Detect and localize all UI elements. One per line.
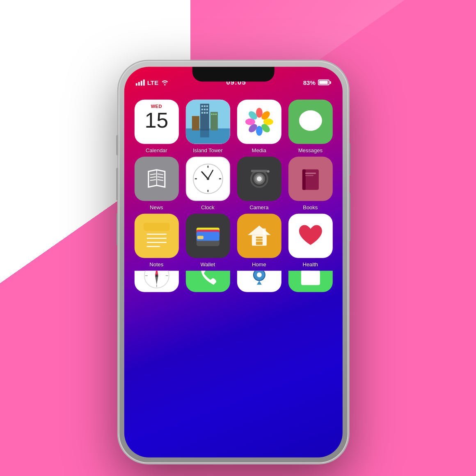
svg-rect-56 (305, 175, 313, 176)
app-camera[interactable]: Camera (236, 157, 281, 211)
battery-percent: 83% (303, 79, 316, 86)
svg-point-50 (256, 176, 261, 181)
files-icon (288, 271, 332, 292)
svg-point-29 (299, 110, 322, 131)
app-health[interactable]: Health (288, 214, 333, 268)
calendar-label: Calendar (146, 147, 167, 153)
app-media[interactable]: Media (236, 100, 281, 153)
calendar-icon: WED 15 (134, 100, 178, 144)
island-tower-icon (185, 100, 230, 144)
svg-line-37 (157, 180, 163, 181)
app-phone[interactable] (185, 271, 230, 295)
app-row-4 (133, 271, 334, 295)
news-label: News (150, 204, 163, 211)
app-wallet[interactable]: Wallet (185, 214, 230, 268)
health-icon (288, 214, 332, 258)
svg-rect-67 (197, 236, 203, 239)
lte-label: LTE (147, 79, 158, 86)
svg-line-32 (150, 174, 156, 175)
svg-point-45 (206, 178, 209, 180)
phone-svg (195, 271, 220, 288)
media-label: Media (252, 147, 266, 153)
notes-icon (134, 214, 178, 258)
calendar-date: 15 (144, 110, 168, 131)
signal-bars (136, 79, 145, 85)
svg-rect-7 (201, 109, 203, 110)
battery-body (318, 80, 330, 85)
svg-line-34 (150, 180, 156, 181)
island-tower-label: Island Tower (193, 147, 223, 153)
notch (192, 67, 275, 82)
svg-rect-86 (301, 271, 310, 273)
wallet-icon (185, 214, 230, 258)
camera-icon (237, 157, 281, 201)
app-row-2: News (133, 157, 334, 211)
news-svg (142, 164, 171, 194)
svg-rect-71 (256, 239, 262, 241)
app-home[interactable]: Home (236, 214, 281, 268)
app-files[interactable] (288, 271, 333, 295)
battery-icon (318, 80, 331, 85)
wifi-icon (161, 79, 169, 86)
app-news[interactable]: News (134, 157, 179, 211)
svg-rect-15 (213, 114, 214, 115)
status-right: 83% (303, 79, 331, 86)
svg-line-36 (157, 177, 163, 178)
svg-rect-9 (206, 109, 208, 110)
books-label: Books (303, 204, 318, 211)
messages-svg (296, 108, 325, 136)
app-books[interactable]: Books (288, 157, 333, 211)
svg-rect-12 (206, 112, 208, 114)
media-icon (237, 100, 281, 144)
svg-rect-10 (201, 112, 203, 114)
clock-label: Clock (201, 204, 215, 211)
phone-device: LTE 09:05 83% (119, 61, 348, 463)
svg-rect-14 (211, 114, 212, 115)
media-svg (243, 105, 275, 138)
app-calendar[interactable]: WED 15 Calendar (134, 100, 179, 153)
messages-label: Messages (298, 147, 323, 153)
compass-icon (134, 271, 178, 292)
svg-point-81 (155, 275, 158, 277)
app-messages[interactable]: Messages (288, 100, 333, 153)
app-compass[interactable] (134, 271, 179, 295)
svg-marker-84 (256, 281, 261, 285)
svg-rect-5 (204, 105, 205, 107)
signal-bar-1 (136, 83, 137, 85)
camera-label: Camera (249, 204, 268, 211)
camera-svg (243, 162, 275, 195)
wallet-label: Wallet (200, 261, 215, 268)
phone-icon (185, 271, 230, 292)
app-clock[interactable]: Clock (185, 157, 230, 211)
health-label: Health (303, 261, 318, 268)
app-notes[interactable]: Notes (134, 214, 179, 268)
clock-svg (189, 160, 226, 197)
svg-point-28 (255, 118, 263, 126)
svg-rect-70 (256, 237, 262, 238)
svg-rect-55 (305, 173, 316, 174)
svg-point-83 (256, 272, 261, 277)
svg-rect-54 (302, 169, 305, 190)
svg-rect-51 (251, 170, 267, 172)
svg-rect-58 (143, 223, 169, 231)
app-row-1: WED 15 Calendar (133, 100, 334, 153)
svg-rect-85 (301, 271, 320, 285)
svg-rect-3 (200, 104, 209, 130)
status-left: LTE (136, 79, 169, 86)
svg-point-52 (267, 170, 269, 173)
svg-rect-17 (192, 116, 199, 130)
app-island-tower[interactable]: Island Tower (185, 100, 230, 153)
home-label: Home (252, 261, 266, 268)
svg-rect-4 (201, 105, 203, 107)
island-tower-svg (185, 100, 230, 144)
svg-line-35 (157, 174, 163, 175)
wallet-svg (191, 220, 224, 252)
svg-rect-11 (204, 112, 205, 114)
signal-bar-2 (138, 82, 140, 85)
svg-rect-6 (206, 105, 208, 107)
health-svg (294, 220, 327, 252)
svg-rect-73 (262, 229, 265, 235)
app-maps[interactable] (236, 271, 281, 295)
app-grid: WED 15 Calendar (124, 100, 343, 295)
battery-tip (330, 81, 331, 84)
